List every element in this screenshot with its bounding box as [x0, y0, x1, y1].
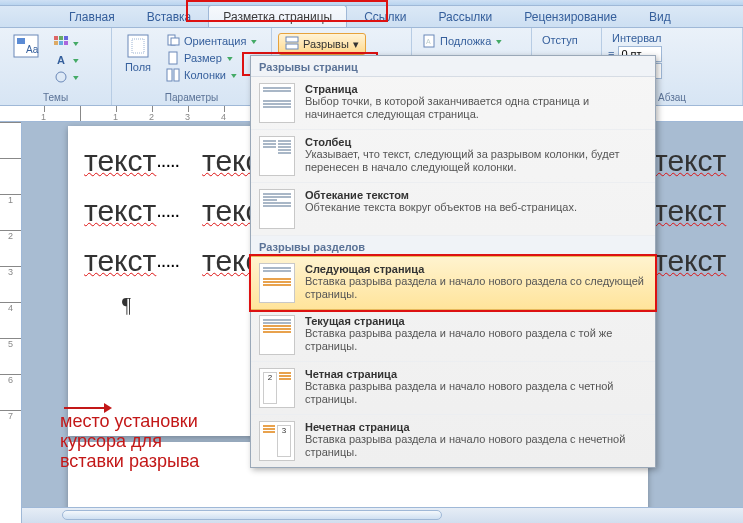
svg-text:A: A [426, 38, 431, 45]
tab-review[interactable]: Рецензирование [509, 5, 632, 27]
columns-button[interactable]: Колонки▾ [162, 67, 260, 83]
page-breaks-header: Разрывы страниц [251, 56, 655, 77]
svg-rect-7 [59, 41, 63, 45]
tab-home[interactable]: Главная [54, 5, 130, 27]
doc-text: текст [84, 244, 156, 277]
break-text-wrap-item[interactable]: Обтекание текстомОбтекание текста вокруг… [251, 183, 655, 236]
svg-rect-17 [286, 37, 298, 42]
orientation-button[interactable]: Ориентация▾ [162, 33, 260, 49]
breaks-button[interactable]: Разрывы▾ [278, 33, 366, 55]
margins-button[interactable]: Поля [118, 31, 158, 89]
tab-insert[interactable]: Вставка [132, 5, 207, 27]
svg-rect-5 [64, 36, 68, 40]
svg-rect-13 [171, 38, 179, 45]
break-odd-page-item[interactable]: 3 Нечетная страницаВставка разрыва разде… [251, 415, 655, 467]
breaks-dropdown: Разрывы страниц СтраницаВыбор точки, в к… [250, 55, 656, 468]
horizontal-scrollbar[interactable] [22, 507, 743, 523]
svg-rect-8 [64, 41, 68, 45]
svg-text:Aa: Aa [26, 44, 39, 55]
doc-text: текст [654, 144, 726, 177]
doc-text: текст [84, 144, 156, 177]
break-continuous-item[interactable]: Текущая страницаВставка разрыва раздела … [251, 309, 655, 362]
break-column-item[interactable]: СтолбецУказывает, что текст, следующий з… [251, 130, 655, 183]
break-next-page-item[interactable]: Следующая страницаВставка разрыва раздел… [250, 256, 656, 310]
next-page-break-icon [259, 263, 295, 303]
page-break-icon [259, 83, 295, 123]
svg-rect-4 [59, 36, 63, 40]
page-setup-group-label: Параметры [118, 91, 265, 103]
svg-rect-18 [286, 44, 298, 49]
tab-references[interactable]: Ссылки [349, 5, 421, 27]
even-page-break-icon: 2 [259, 368, 295, 408]
tab-mailings[interactable]: Рассылки [423, 5, 507, 27]
colors-icon [54, 36, 68, 50]
svg-point-9 [56, 72, 66, 82]
effects-icon [54, 70, 68, 84]
theme-colors-button[interactable]: ▾ [50, 35, 82, 51]
odd-page-break-icon: 3 [259, 421, 295, 461]
svg-rect-1 [17, 38, 25, 44]
size-button[interactable]: Размер▾ [162, 50, 260, 66]
tab-view[interactable]: Вид [634, 5, 686, 27]
orientation-icon [166, 34, 180, 48]
breaks-icon [285, 36, 299, 52]
ribbon-tabs: Главная Вставка Разметка страницы Ссылки… [0, 6, 743, 28]
svg-rect-14 [169, 52, 177, 64]
doc-text: текст [654, 244, 726, 277]
doc-text: текст [84, 194, 156, 227]
vertical-ruler[interactable]: 1234567 [0, 122, 22, 523]
columns-icon [166, 68, 180, 82]
tab-page-layout[interactable]: Разметка страницы [208, 5, 347, 27]
text-wrap-break-icon [259, 189, 295, 229]
theme-effects-button[interactable]: ▾ [50, 69, 82, 85]
indent-label: Отступ [538, 33, 582, 47]
watermark-icon: A [422, 34, 436, 48]
size-icon [166, 51, 180, 65]
annotation-text: место установки курсора для вставки разр… [60, 412, 199, 471]
themes-group-label: Темы [6, 91, 105, 103]
watermark-button[interactable]: AПодложка▾ [418, 33, 505, 49]
break-page-item[interactable]: СтраницаВыбор точки, в которой заканчива… [251, 77, 655, 130]
svg-rect-16 [174, 69, 179, 81]
svg-rect-3 [54, 36, 58, 40]
fonts-icon: A [54, 53, 68, 67]
column-break-icon [259, 136, 295, 176]
theme-fonts-button[interactable]: A▾ [50, 52, 82, 68]
svg-rect-10 [128, 35, 148, 57]
pilcrow-mark: ¶ [122, 294, 131, 317]
break-even-page-item[interactable]: 2 Четная страницаВставка разрыва раздела… [251, 362, 655, 415]
continuous-break-icon [259, 315, 295, 355]
themes-button[interactable]: Aa [6, 31, 46, 89]
doc-text: текст [654, 194, 726, 227]
section-breaks-header: Разрывы разделов [251, 236, 655, 257]
interval-header: Интервал [608, 31, 665, 45]
svg-rect-15 [167, 69, 172, 81]
svg-rect-6 [54, 41, 58, 45]
